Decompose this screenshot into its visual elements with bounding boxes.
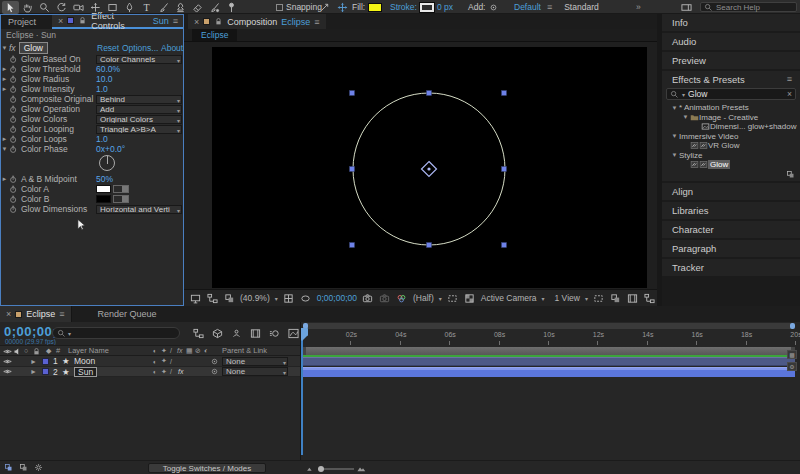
workspace-bar-icon[interactable] (680, 1, 692, 13)
close-icon[interactable]: × (194, 17, 199, 27)
tool-eraser-button[interactable] (189, 1, 206, 14)
layer-collapse-icon[interactable]: ✦ (161, 357, 167, 365)
navigator-end-handle[interactable] (790, 323, 795, 329)
twirl-icon[interactable]: ► (0, 76, 9, 82)
resolution-value[interactable]: (Half) (413, 293, 434, 303)
panel-header-tracker[interactable]: Tracker (662, 259, 800, 276)
label-column-icon[interactable]: ◆ (46, 346, 51, 355)
effects-search-box[interactable]: ▾ Glow × (666, 88, 796, 100)
tool-brush-button[interactable] (155, 1, 172, 14)
parent-dropdown[interactable]: None▾ (222, 357, 288, 366)
comp-marker-bin-icon[interactable]: ▩ (787, 350, 797, 359)
effects-tree-item[interactable]: ▼Immersive Video (662, 132, 800, 142)
lock-icon[interactable] (214, 17, 223, 26)
snapshot-icon[interactable] (362, 292, 374, 304)
stroke-value[interactable]: 0 px (437, 2, 453, 12)
flowchart-button-icon[interactable] (644, 292, 656, 304)
tab-render-queue[interactable]: Render Queue (90, 306, 165, 322)
effects-tree-item[interactable]: Glow (662, 160, 800, 170)
stopwatch-icon[interactable] (9, 205, 18, 214)
about-link[interactable]: About.. (161, 43, 184, 53)
property-dropdown[interactable]: Add▾ (96, 105, 182, 114)
draft-3d-icon[interactable] (211, 327, 223, 339)
layer-bar-sun[interactable] (302, 367, 795, 377)
twirl-icon[interactable]: ► (0, 66, 9, 72)
tab-project[interactable]: Project (0, 14, 44, 29)
zoom-in-icon[interactable] (357, 464, 366, 473)
clear-search-icon[interactable]: × (787, 89, 792, 99)
solo-column-icon[interactable]: ○ (24, 346, 28, 355)
layer-shy-icon[interactable]: ◖ (152, 368, 156, 375)
shy-layers-icon[interactable] (230, 327, 242, 339)
tab-composition[interactable]: × Composition Eclipse ≡ (188, 14, 326, 29)
layer-visibility-icon[interactable] (3, 357, 12, 366)
reset-link[interactable]: Reset (97, 43, 119, 53)
snap-align-icon[interactable] (336, 1, 348, 13)
property-value[interactable]: 50% (96, 174, 113, 184)
viewer-timecode[interactable]: 0;00;00;00 (317, 293, 357, 303)
snap-angle-icon[interactable] (318, 1, 330, 13)
color-picker-icon[interactable] (113, 185, 129, 193)
panel-header-preview[interactable]: Preview (662, 52, 800, 69)
magnification-value[interactable]: (40.9%) (240, 293, 270, 303)
panel-menu-icon[interactable]: ≡ (173, 16, 178, 26)
tool-selection-button[interactable] (2, 1, 19, 14)
workspace-standard[interactable]: Standard (564, 2, 599, 12)
close-icon[interactable]: × (58, 16, 63, 26)
panel-menu-icon[interactable]: ≡ (787, 74, 792, 84)
snapping-checkbox[interactable] (276, 4, 283, 11)
stopwatch-icon[interactable] (9, 105, 18, 114)
effects-tree-item[interactable]: Dimensi... glow+shadow (662, 122, 800, 132)
layer-collapse-icon[interactable]: ✦ (161, 368, 167, 376)
property-value[interactable]: 60.0% (96, 64, 120, 74)
mini-flowchart-icon[interactable] (192, 327, 204, 339)
grid-guides-icon[interactable] (283, 292, 295, 304)
panel-menu-icon[interactable]: ≡ (314, 17, 319, 27)
effects-tree-item[interactable]: ▼Image - Creative (662, 113, 800, 123)
tool-rotation-button[interactable] (53, 1, 70, 14)
layer-name[interactable]: Sun (74, 367, 97, 377)
stopwatch-icon[interactable] (9, 75, 18, 84)
parent-dropdown[interactable]: None▾ (222, 367, 288, 376)
twirl-icon[interactable]: ► (0, 86, 9, 92)
tool-clone-stamp-button[interactable] (172, 1, 189, 14)
close-icon[interactable]: × (6, 309, 11, 319)
expand-transfer-pane-icon[interactable] (34, 463, 43, 472)
property-dropdown[interactable]: Triangle A>B>A▾ (96, 125, 182, 134)
property-dropdown[interactable]: Horizontal and Verti▾ (96, 205, 182, 214)
property-value[interactable]: 10.0 (96, 74, 113, 84)
dual-view-icon[interactable] (223, 292, 235, 304)
twirl-icon[interactable]: ► (0, 136, 9, 142)
mask-visibility-icon[interactable] (300, 292, 312, 304)
effects-tree-item[interactable]: ▼* Animation Presets (662, 103, 800, 113)
expand-switches-pane-icon[interactable] (19, 463, 28, 472)
twirl-open-icon[interactable]: ▼ (670, 133, 679, 139)
twirl-open-icon[interactable]: ▼ (670, 105, 679, 111)
property-value[interactable]: 1.0 (96, 134, 108, 144)
property-dropdown[interactable]: Original Colors▾ (96, 115, 182, 124)
composition-frame[interactable] (212, 47, 647, 288)
stopwatch-icon[interactable] (9, 195, 18, 204)
layer-bar-moon[interactable] (302, 357, 795, 366)
layer-twirl-icon[interactable]: ► (30, 368, 37, 375)
anchor-point[interactable] (422, 162, 437, 177)
layer-twirl-icon[interactable]: ► (30, 358, 37, 365)
stopwatch-icon[interactable] (9, 175, 18, 184)
audio-column-icon[interactable] (13, 347, 22, 356)
twirl-icon[interactable]: ► (0, 176, 9, 182)
layer-fx-icon[interactable]: fx (178, 368, 183, 375)
layer-color-swatch[interactable] (42, 358, 49, 365)
zoom-slider-knob[interactable] (318, 466, 324, 472)
timeline-search-box[interactable]: ▾ (52, 327, 180, 339)
options-link[interactable]: Options... (122, 43, 158, 53)
layer-visibility-icon[interactable] (3, 367, 12, 376)
work-area-bar[interactable] (302, 347, 795, 357)
parent-pickwhip-icon[interactable] (210, 367, 219, 376)
effects-tree-item[interactable]: ▼Stylize (662, 151, 800, 161)
tab-timeline-eclipse[interactable]: × Eclipse ≡ (0, 306, 72, 322)
view-layout-selector[interactable]: 1 View (555, 293, 580, 303)
expand-in-out-pane-icon[interactable] (4, 463, 13, 472)
lock-icon[interactable] (78, 16, 87, 25)
panel-header-character[interactable]: Character (662, 221, 800, 238)
effects-presets-header[interactable]: Effects & Presets ≡ (662, 71, 800, 87)
